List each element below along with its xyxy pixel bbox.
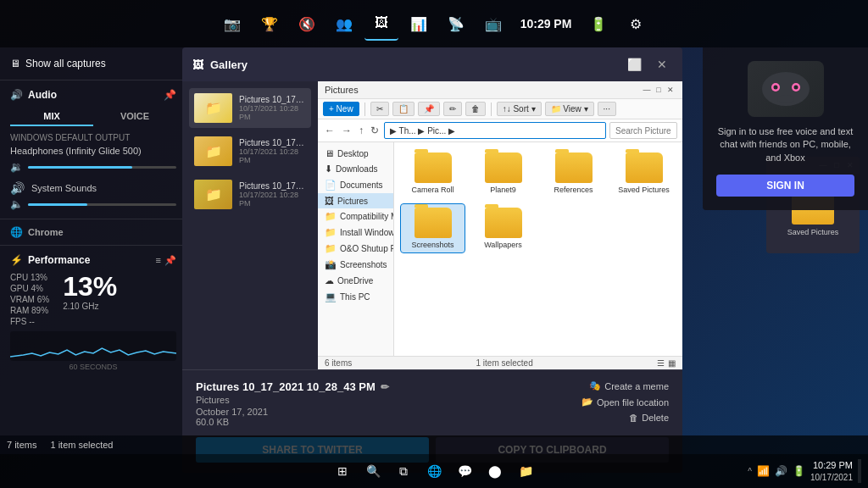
taskbar-clock[interactable]: 10:29 PM 10/17/2021	[810, 459, 853, 482]
fe-folder-wallpapers[interactable]: Wallpapers	[471, 204, 535, 252]
fe-new-button[interactable]: + New	[323, 102, 359, 116]
taskbar-edge-button[interactable]: 🌐	[420, 458, 448, 485]
gamebar-achievements-icon[interactable]: 🏆	[253, 7, 287, 41]
gamebar-broadcast-icon[interactable]: 📺	[476, 7, 510, 41]
taskbar-chrome-button[interactable]: ⬤	[481, 458, 509, 485]
fe-sidebar-screenshots[interactable]: 📸Screenshots	[318, 257, 393, 273]
perf-big-value-col: 13% 2.10 GHz	[63, 273, 117, 326]
planet9-label: Planet9	[490, 186, 516, 194]
fe-folder-savedpictures[interactable]: Saved Pictures	[612, 149, 676, 197]
volume-slider[interactable]	[28, 166, 176, 169]
gamebar-stats-icon[interactable]: 📊	[402, 7, 436, 41]
fe-rename-button[interactable]: ✏	[443, 102, 462, 116]
taskbar-start-button[interactable]: ⊞	[329, 458, 356, 485]
performance-graph	[10, 331, 176, 361]
taskbar-explorer-button[interactable]: 📁	[512, 458, 539, 485]
system-volume-slider[interactable]	[28, 203, 176, 206]
taskbar-wifi-icon[interactable]: 📶	[757, 465, 770, 477]
perf-settings-icon[interactable]: ≡	[156, 255, 161, 266]
system-sounds-section: 🔊 System Sounds	[10, 181, 176, 195]
system-sounds-label: System Sounds	[31, 183, 97, 193]
fe-delete-button[interactable]: 🗑	[465, 102, 486, 116]
fe-search-input[interactable]	[609, 122, 677, 139]
gamebar-social-icon[interactable]: 👥	[327, 7, 361, 41]
fe-sidebar-pictures[interactable]: 🖼Pictures	[318, 193, 393, 208]
fe-address-bar[interactable]	[384, 122, 606, 139]
discord-svg-icon	[760, 70, 811, 108]
gamebar-battery-icon[interactable]: 🔋	[581, 7, 615, 41]
fe-up-button[interactable]: ↑	[357, 123, 365, 138]
gallery-maximize-icon[interactable]: ⬜	[627, 58, 642, 71]
perf-labels: CPU 13% GPU 4% VRAM 6% RAM 89% FPS --	[10, 273, 49, 326]
fe-sidebar-install[interactable]: 📁Install Windows	[318, 225, 393, 241]
fe-sidebar-documents[interactable]: 📄Documents	[318, 177, 393, 193]
fe-toolbar: + New ✂ 📋 📌 ✏ 🗑 ↑↓ Sort ▾ 📁 View ▾ ···	[318, 99, 682, 119]
gallery-thumb-2: 📁	[194, 136, 232, 166]
fe-refresh-button[interactable]: ↻	[369, 123, 381, 138]
fe-sidebar-oo[interactable]: 📁O&O Shutup Re...	[318, 241, 393, 257]
fe-content-grid: Camera Roll Planet9 References	[394, 142, 682, 356]
taskbar-search-button[interactable]: 🔍	[359, 458, 387, 485]
gallery-item-2-info: Pictures 10_17_2021 10_28_10... 10/17/20…	[239, 138, 306, 164]
taskbar-sound-icon[interactable]: 🔊	[775, 465, 787, 477]
taskbar-chat-button[interactable]: 💬	[451, 458, 478, 485]
audio-pin-icon[interactable]: 📌	[164, 89, 176, 101]
fe-list-view-icon[interactable]: ☰	[657, 358, 665, 368]
taskbar-chevron-icon[interactable]: ^	[748, 467, 752, 476]
fe-sidebar-desktop[interactable]: 🖥Desktop	[318, 146, 393, 161]
delete-button[interactable]: 🗑 Delete	[581, 413, 669, 423]
gamebar-audio-icon[interactable]: 🔇	[290, 7, 324, 41]
fe-close-button[interactable]: ✕	[665, 85, 676, 95]
compat-folder-icon: 📁	[325, 211, 337, 222]
fe-grid-view-icon[interactable]: ▦	[668, 358, 676, 368]
fe-sidebar-downloads[interactable]: ⬇Downloads	[318, 161, 393, 177]
fe-folder-cameraroll[interactable]: Camera Roll	[401, 149, 465, 197]
folder-open-icon: 📂	[581, 396, 593, 408]
fe-sidebar-thispc[interactable]: 💻This PC	[318, 289, 393, 305]
gallery-close-button[interactable]: ✕	[652, 54, 672, 75]
open-file-location-button[interactable]: 📂 Open file location	[581, 396, 669, 408]
taskbar-show-desktop-button[interactable]	[858, 459, 861, 483]
gallery-item-3[interactable]: 📁 Pictures 10_17_2021 10_28_0... 10/17/2…	[189, 175, 311, 214]
create-meme-button[interactable]: 🎭 Create a meme	[581, 380, 669, 391]
fe-forward-button[interactable]: →	[340, 123, 353, 138]
fe-more-button[interactable]: ···	[598, 102, 616, 116]
file-explorer: Pictures — □ ✕ + New ✂ 📋 📌	[318, 81, 682, 369]
fe-sort-button[interactable]: ↑↓ Sort ▾	[497, 102, 542, 116]
taskbar-battery-icon[interactable]: 🔋	[793, 465, 805, 477]
fe-folder-screenshots[interactable]: Screenshots	[401, 204, 465, 252]
fe-cut-button[interactable]: ✂	[370, 102, 389, 116]
gamebar: 📷 🏆 🔇 👥 🖼 📊 📡 📺 10:29 PM 🔋 ⚙	[0, 0, 868, 47]
fe-folder-planet9[interactable]: Planet9	[471, 149, 535, 197]
discord-sign-in-button[interactable]: SIGN IN	[716, 175, 854, 197]
gamebar-connect-icon[interactable]: 📡	[439, 7, 473, 41]
show-all-captures-button[interactable]: 🖥 Show all captures	[10, 54, 176, 73]
fe-sidebar-onedrive[interactable]: ☁OneDrive	[318, 273, 393, 289]
cpu-big-percent: 13%	[63, 273, 117, 300]
saved-pictures-folder-label: Saved Pictures	[787, 228, 839, 236]
performance-icon: ⚡	[10, 254, 23, 266]
install-folder-icon: 📁	[325, 227, 337, 238]
audio-windows-label: WINDOWS DEFAULT OUTPUT	[10, 133, 176, 142]
gamebar-capture-icon[interactable]: 📷	[215, 7, 249, 41]
gallery-item-2[interactable]: 📁 Pictures 10_17_2021 10_28_10... 10/17/…	[189, 131, 311, 171]
gallery-thumb-1: 📁	[194, 93, 232, 123]
saved-pictures-folder-icon	[626, 152, 663, 183]
fe-maximize-button[interactable]: □	[654, 85, 664, 95]
perf-pin-icon[interactable]: 📌	[164, 255, 176, 266]
fe-minimize-button[interactable]: —	[642, 85, 652, 95]
tab-voice[interactable]: VOICE	[93, 108, 176, 126]
gamebar-gallery-icon[interactable]: 🖼	[364, 7, 398, 41]
fe-back-button[interactable]: ←	[323, 123, 337, 138]
taskbar-taskview-button[interactable]: ⧉	[390, 458, 417, 485]
fe-folder-references[interactable]: References	[542, 149, 605, 197]
fe-view-button[interactable]: 📁 View ▾	[545, 102, 594, 116]
gamebar-settings-icon[interactable]: ⚙	[619, 7, 653, 41]
fe-copy-button[interactable]: 📋	[392, 102, 415, 116]
edit-icon[interactable]: ✏	[381, 381, 389, 393]
tab-mix[interactable]: MIX	[10, 108, 93, 126]
fe-paste-button[interactable]: 📌	[418, 102, 440, 116]
gallery-item-1[interactable]: 📁 Pictures 10_17_2021 10_28_4... 10/17/2…	[189, 88, 311, 128]
performance-stats: CPU 13% GPU 4% VRAM 6% RAM 89% FPS -- 13…	[10, 273, 176, 326]
fe-sidebar-compat[interactable]: 📁Compatibility M	[318, 208, 393, 225]
